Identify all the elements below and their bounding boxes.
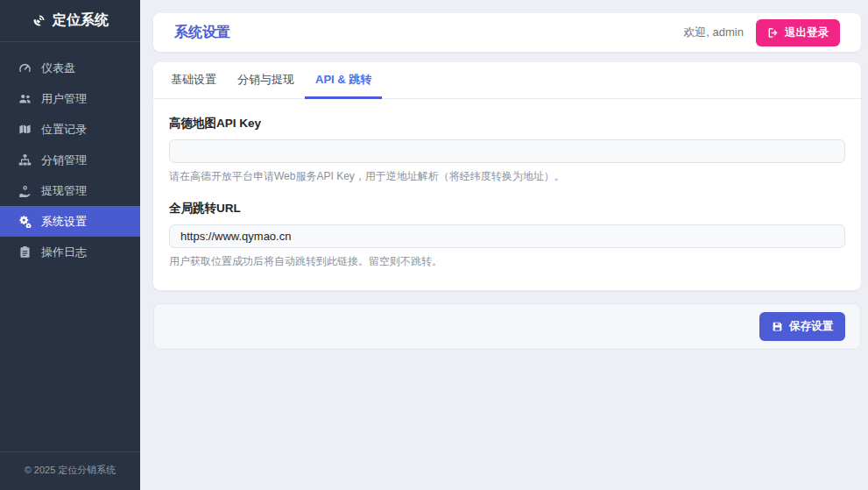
redirect-url-input[interactable] [169,224,845,248]
sidebar-item-label: 提现管理 [41,183,87,199]
gears-icon [18,215,32,228]
logout-button[interactable]: 退出登录 [756,19,840,46]
sidebar-item-label: 仪表盘 [41,60,75,76]
sidebar-item-distribution[interactable]: 分销管理 [0,145,140,175]
settings-form: 高德地图API Key 请在高德开放平台申请Web服务API Key，用于逆地址… [153,99,861,269]
redirect-url-label: 全局跳转URL [169,201,845,217]
sidebar-item-label: 操作日志 [41,245,87,260]
amap-key-label: 高德地图API Key [169,116,845,131]
settings-card: 基础设置 分销与提现 API & 跳转 高德地图API Key 请在高德开放平台… [153,62,861,290]
amap-key-help: 请在高德开放平台申请Web服务API Key，用于逆地址解析（将经纬度转换为地址… [169,169,845,184]
save-settings-button[interactable]: 保存设置 [759,312,845,341]
welcome-text: 欢迎, admin [683,25,744,40]
save-settings-label: 保存设置 [789,319,833,334]
sidebar-item-label: 用户管理 [41,91,87,107]
amap-key-input[interactable] [169,139,845,163]
form-group-redirect-url: 全局跳转URL 用户获取位置成功后将自动跳转到此链接。留空则不跳转。 [169,201,845,269]
form-group-amap-key: 高德地图API Key 请在高德开放平台申请Web服务API Key，用于逆地址… [169,116,845,184]
sidebar: 定位系统 仪表盘 用户管理 位置记录 分销管理 [0,0,140,490]
app-logo: 定位系统 [0,0,140,42]
sidebar-nav: 仪表盘 用户管理 位置记录 分销管理 提现管理 [0,42,140,451]
sidebar-item-label: 系统设置 [41,214,87,230]
main-content: 系统设置 欢迎, admin 退出登录 基础设置 分销与提现 API & 跳转 … [140,0,868,490]
tab-api-redirect[interactable]: API & 跳转 [305,62,382,99]
clipboard-icon [18,245,32,259]
page-title: 系统设置 [174,24,230,42]
app-title: 定位系统 [53,11,109,30]
settings-tabs: 基础设置 分销与提现 API & 跳转 [153,62,861,99]
sidebar-item-dashboard[interactable]: 仪表盘 [0,53,140,83]
redirect-url-help: 用户获取位置成功后将自动跳转到此链接。留空则不跳转。 [169,254,845,269]
sidebar-item-label: 位置记录 [41,122,87,138]
tachometer-icon [18,61,32,75]
save-icon [772,321,783,332]
users-icon [18,92,32,105]
topbar-right: 欢迎, admin 退出登录 [683,19,840,46]
sidebar-item-withdrawals[interactable]: 提现管理 [0,175,140,206]
logout-button-label: 退出登录 [785,25,829,40]
sidebar-item-locations[interactable]: 位置记录 [0,114,140,145]
sidebar-item-settings[interactable]: 系统设置 [0,206,140,237]
topbar: 系统设置 欢迎, admin 退出登录 [153,13,861,52]
sidebar-item-label: 分销管理 [41,153,87,168]
sidebar-copyright: © 2025 定位分销系统 [0,451,140,490]
hand-holding-icon [18,184,32,197]
sitemap-icon [18,153,32,167]
sign-out-icon [767,27,779,39]
sidebar-item-logs[interactable]: 操作日志 [0,237,140,267]
sidebar-item-users[interactable]: 用户管理 [0,83,140,114]
satellite-dish-icon [32,14,46,28]
map-icon [18,123,32,136]
tab-distribution-withdrawal[interactable]: 分销与提现 [227,62,305,99]
tab-basic-settings[interactable]: 基础设置 [160,62,227,99]
save-strip: 保存设置 [153,303,861,350]
